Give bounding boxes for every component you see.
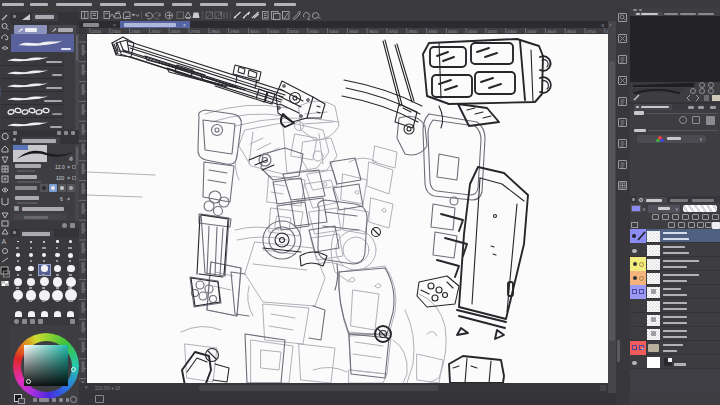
svg-text:3400: 3400 [329, 28, 339, 33]
svg-text:2700: 2700 [191, 28, 201, 33]
svg-text:2800: 2800 [210, 28, 220, 33]
svg-text:2900: 2900 [230, 28, 240, 33]
svg-text:3300: 3300 [309, 28, 319, 33]
svg-text:A: A [2, 238, 7, 245]
svg-text:4100: 4100 [468, 28, 478, 33]
svg-text:4300: 4300 [507, 28, 517, 33]
svg-text:2400: 2400 [131, 28, 141, 33]
svg-text:3000: 3000 [250, 28, 260, 33]
svg-text:4200: 4200 [488, 28, 498, 33]
svg-text:4000: 4000 [448, 28, 458, 33]
svg-text:3600: 3600 [369, 28, 379, 33]
svg-text:4400: 4400 [527, 28, 537, 33]
svg-text:2200: 2200 [92, 28, 102, 33]
svg-text:3500: 3500 [349, 28, 359, 33]
svg-text:2300: 2300 [111, 28, 121, 33]
svg-text:3100: 3100 [270, 28, 280, 33]
svg-text:3800: 3800 [408, 28, 418, 33]
svg-text:4700: 4700 [587, 28, 597, 33]
svg-text:3200: 3200 [290, 28, 300, 33]
svg-text:3700: 3700 [389, 28, 399, 33]
svg-text:4600: 4600 [567, 28, 577, 33]
svg-text:4500: 4500 [547, 28, 557, 33]
svg-text:2500: 2500 [151, 28, 161, 33]
svg-text:3900: 3900 [428, 28, 438, 33]
svg-text:2600: 2600 [171, 28, 181, 33]
